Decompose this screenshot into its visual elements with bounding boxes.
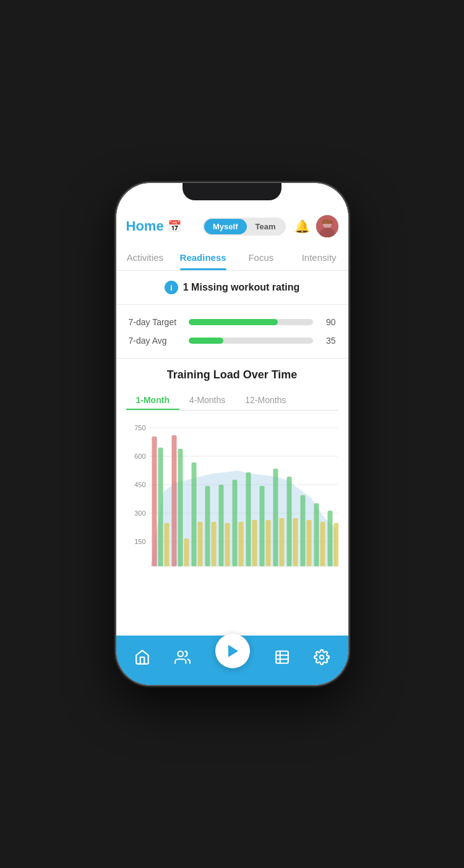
svg-rect-30 [252,520,257,566]
svg-rect-36 [293,518,298,566]
time-tab-1month[interactable]: 1-Month [126,390,179,410]
progress-label-avg: 7-day Avg [129,336,181,346]
bottom-nav [116,636,348,685]
tab-activities[interactable]: Activities [116,245,174,270]
svg-rect-31 [259,486,264,566]
tabs-bar: Activities Readiness Focus Intensity [116,245,348,271]
progress-section: 7-day Target 90 7-day Avg 35 [116,305,348,359]
svg-point-48 [320,655,324,660]
svg-rect-39 [314,503,319,566]
progress-label-target: 7-day Target [129,317,181,327]
svg-rect-18 [171,435,176,566]
nav-settings[interactable] [314,649,330,665]
chart-section: Training Load Over Time 1-Month 4-Months… [116,359,348,579]
svg-rect-42 [333,523,338,566]
progress-row-target: 7-day Target 90 [129,317,336,327]
tab-focus[interactable]: Focus [232,245,290,270]
progress-bar-target [189,319,313,325]
svg-text:150: 150 [134,538,145,545]
alert-text: 1 Missing workout rating [183,282,299,293]
svg-rect-44 [276,651,288,663]
svg-rect-15 [152,436,157,566]
toggle-group: Myself Team [203,218,285,236]
svg-rect-40 [320,522,325,566]
svg-rect-41 [327,511,332,566]
time-tabs: 1-Month 4-Months 12-Months [126,390,338,411]
svg-rect-19 [178,449,183,566]
progress-value-target: 90 [320,317,336,327]
nav-stats[interactable] [274,649,290,665]
chart-area: 750 600 450 300 150 [126,418,338,579]
svg-rect-32 [265,520,270,566]
svg-rect-29 [246,472,251,566]
bell-icon[interactable]: 🔔 [294,219,310,234]
svg-rect-38 [306,520,311,566]
chart-svg: 750 600 450 300 150 [126,418,338,579]
team-toggle[interactable]: Team [247,219,285,234]
play-icon [228,645,238,657]
page-title: Home [126,218,164,234]
myself-toggle[interactable]: Myself [204,219,246,234]
svg-rect-24 [211,522,216,566]
svg-rect-26 [225,523,230,566]
play-button[interactable] [215,634,250,668]
svg-rect-33 [273,469,278,566]
svg-point-43 [178,651,184,657]
progress-fill-avg [189,338,223,344]
progress-value-avg: 35 [320,336,336,346]
header: Home 📅 Myself Team 🔔 [116,210,348,245]
svg-rect-16 [158,448,163,566]
time-tab-12months[interactable]: 12-Months [235,390,296,410]
progress-bar-avg [189,338,313,344]
info-icon: i [165,281,178,294]
nav-home[interactable] [134,649,150,665]
svg-rect-28 [238,522,243,566]
svg-text:300: 300 [134,509,145,517]
svg-rect-23 [205,486,210,566]
svg-rect-22 [197,522,202,566]
svg-rect-35 [286,477,291,566]
tab-readiness[interactable]: Readiness [174,245,232,270]
alert-banner: i 1 Missing workout rating [116,271,348,305]
svg-rect-20 [184,538,189,566]
notch [183,183,281,200]
main-content: i 1 Missing workout rating 7-day Target … [116,271,348,636]
svg-rect-27 [232,480,237,566]
avatar[interactable] [316,215,338,237]
phone-screen: Home 📅 Myself Team 🔔 Activities Readines… [116,183,348,685]
svg-rect-37 [300,495,305,566]
progress-fill-target [189,319,278,325]
svg-rect-17 [164,523,169,566]
nav-team[interactable] [174,649,191,665]
svg-text:450: 450 [134,481,145,488]
chart-title: Training Load Over Time [126,368,338,381]
time-tab-4months[interactable]: 4-Months [179,390,235,410]
svg-text:750: 750 [134,424,145,432]
tab-intensity[interactable]: Intensity [290,245,348,270]
progress-row-avg: 7-day Avg 35 [129,336,336,346]
phone-frame: Home 📅 Myself Team 🔔 Activities Readines… [116,183,348,685]
svg-text:600: 600 [134,453,145,460]
svg-rect-25 [218,485,223,566]
svg-rect-21 [191,462,196,566]
calendar-icon[interactable]: 📅 [168,219,181,233]
svg-rect-34 [279,518,284,566]
